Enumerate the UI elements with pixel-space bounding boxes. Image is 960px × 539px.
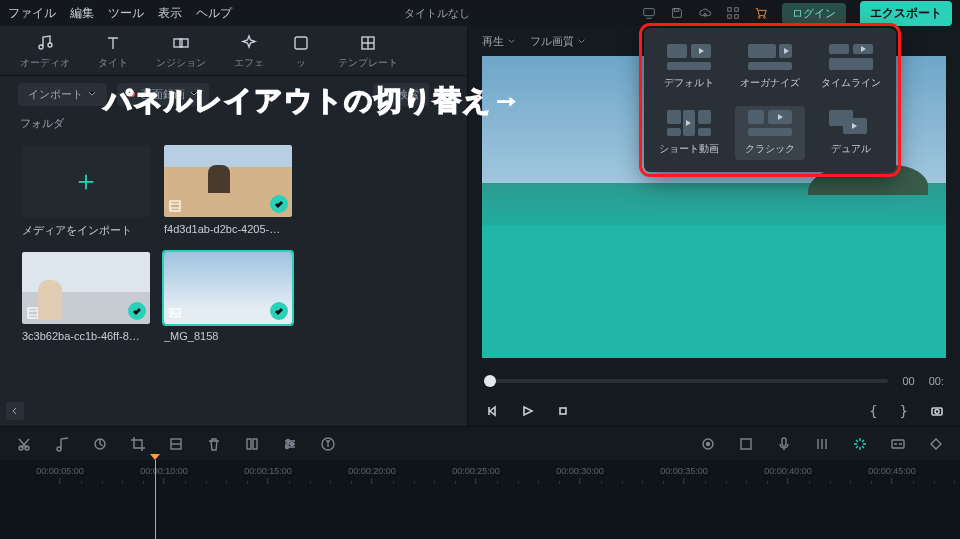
media-grid: ＋ メディアをインポート f4d3d1ab-d2bc-4205-… 3c3b62… <box>0 135 467 352</box>
layout-option-timeline[interactable]: タイムライン <box>815 40 886 94</box>
layout-option-short[interactable]: ショート動画 <box>654 106 725 160</box>
playhead[interactable] <box>155 460 156 539</box>
plus-icon: ＋ <box>72 162 100 200</box>
annotation-text: パネルレイアウトの切り替え→ <box>104 82 521 120</box>
menu-edit[interactable]: 編集 <box>70 5 94 22</box>
ruler-tick: 00:00:40:00 <box>764 466 812 484</box>
sparkle-icon <box>240 34 258 52</box>
tab-label: エフェ <box>234 56 264 70</box>
login-button[interactable]: ログイン <box>782 3 846 24</box>
layout-option-organize[interactable]: オーガナイズ <box>735 40 806 94</box>
auto-icon[interactable] <box>700 436 716 452</box>
keyframe-icon[interactable] <box>928 436 944 452</box>
tab-audio[interactable]: オーディオ <box>20 34 70 75</box>
collapse-sidebar-button[interactable] <box>6 402 24 420</box>
menu-view[interactable]: 表示 <box>158 5 182 22</box>
layout-option-classic[interactable]: クラシック <box>735 106 806 160</box>
tab-templates[interactable]: テンプレート <box>338 34 398 75</box>
clip-type-icon <box>26 306 40 320</box>
mic-icon[interactable] <box>776 436 792 452</box>
text-icon[interactable] <box>320 436 336 452</box>
svg-rect-38 <box>741 439 751 449</box>
snapshot-icon[interactable] <box>930 404 944 418</box>
layout-option-default[interactable]: デフォルト <box>654 40 725 94</box>
clip-caption: _MG_8158 <box>164 330 292 342</box>
speed-icon[interactable] <box>54 436 70 452</box>
svg-point-6 <box>758 17 760 19</box>
svg-point-37 <box>707 442 710 445</box>
time-ruler[interactable]: 00:00:05:0000:00:10:0000:00:15:0000:00:2… <box>0 460 960 484</box>
stop-button[interactable] <box>556 404 570 418</box>
tracks-area[interactable] <box>0 484 960 539</box>
playback-mode-dropdown[interactable]: 再生 <box>482 34 516 49</box>
time-total: 00: <box>929 375 944 387</box>
cart-icon[interactable] <box>754 6 768 20</box>
rotate-icon[interactable] <box>168 436 184 452</box>
color-icon[interactable] <box>244 436 260 452</box>
quality-dropdown[interactable]: フル画質 <box>530 34 586 49</box>
overlap-icon <box>172 34 190 52</box>
media-clip[interactable] <box>22 252 150 324</box>
layout-glyph-icon <box>748 44 792 70</box>
svg-rect-10 <box>180 39 188 47</box>
tab-label: ッ <box>296 56 306 70</box>
menubar: ファイル 編集 ツール 表示 ヘルプ タイトルなし ログイン エクスポート <box>0 0 960 26</box>
import-media-caption: メディアをインポート <box>22 223 150 238</box>
media-clip[interactable] <box>164 252 292 324</box>
apps-icon[interactable] <box>726 6 740 20</box>
svg-point-8 <box>48 43 52 47</box>
ruler-tick: 00:00:30:00 <box>556 466 604 484</box>
media-clip[interactable] <box>164 145 292 217</box>
scrub-thumb[interactable] <box>484 375 496 387</box>
template-grid-icon <box>359 34 377 52</box>
added-check-icon <box>270 302 288 320</box>
tab-titles[interactable]: タイト <box>98 34 128 75</box>
tab-label: テンプレート <box>338 56 398 70</box>
tab-effects[interactable]: エフェ <box>234 34 264 75</box>
svg-rect-9 <box>174 39 182 47</box>
tab-label: オーディオ <box>20 56 70 70</box>
play-button[interactable] <box>520 404 534 418</box>
mark-in-button[interactable]: { <box>869 403 877 419</box>
layout-glyph-icon <box>829 44 873 70</box>
menu-tools[interactable]: ツール <box>108 5 144 22</box>
subtitle-icon[interactable] <box>890 436 906 452</box>
adjust-icon[interactable] <box>282 436 298 452</box>
menu-help[interactable]: ヘルプ <box>196 5 232 22</box>
source-tabs: オーディオ タイト ンジション エフェ ッ テンプレート <box>0 26 467 76</box>
layout-option-label: デフォルト <box>664 76 714 90</box>
save-icon[interactable] <box>670 6 684 20</box>
delete-icon[interactable] <box>206 436 222 452</box>
cloud-upload-icon[interactable] <box>698 6 712 20</box>
svg-rect-3 <box>735 8 739 12</box>
clip-caption: 3c3b62ba-cc1b-46ff-8… <box>22 330 150 342</box>
crop-icon[interactable] <box>130 436 146 452</box>
import-media-cell[interactable]: ＋ <box>22 145 150 217</box>
svg-rect-5 <box>735 15 739 19</box>
svg-point-7 <box>764 17 766 19</box>
svg-rect-20 <box>28 308 38 318</box>
mark-out-button[interactable]: } <box>900 403 908 419</box>
scrub-bar[interactable] <box>484 379 888 383</box>
svg-point-25 <box>935 410 939 414</box>
menu-file[interactable]: ファイル <box>8 5 56 22</box>
import-label: インポート <box>28 87 83 102</box>
time-current: 00 <box>902 375 914 387</box>
render-icon[interactable] <box>738 436 754 452</box>
device-icon[interactable] <box>642 6 656 20</box>
import-dropdown[interactable]: インポート <box>18 83 107 106</box>
ruler-tick: 00:00:45:00 <box>868 466 916 484</box>
tab-stickers[interactable]: ッ <box>292 34 310 75</box>
cut-tool-icon[interactable] <box>16 436 32 452</box>
smart-tool-icon[interactable] <box>852 436 868 452</box>
export-button[interactable]: エクスポート <box>860 1 952 26</box>
prev-frame-button[interactable] <box>484 404 498 418</box>
svg-rect-4 <box>728 15 732 19</box>
ruler-tick: 00:00:05:00 <box>36 466 84 484</box>
marker-icon[interactable] <box>92 436 108 452</box>
mixer-icon[interactable] <box>814 436 830 452</box>
tab-transitions[interactable]: ンジション <box>156 34 206 75</box>
layout-popover: デフォルト オーガナイズ タイムライン ショート動画 <box>644 28 896 172</box>
tab-label: タイト <box>98 56 128 70</box>
layout-option-dual[interactable]: デュアル <box>815 106 886 160</box>
